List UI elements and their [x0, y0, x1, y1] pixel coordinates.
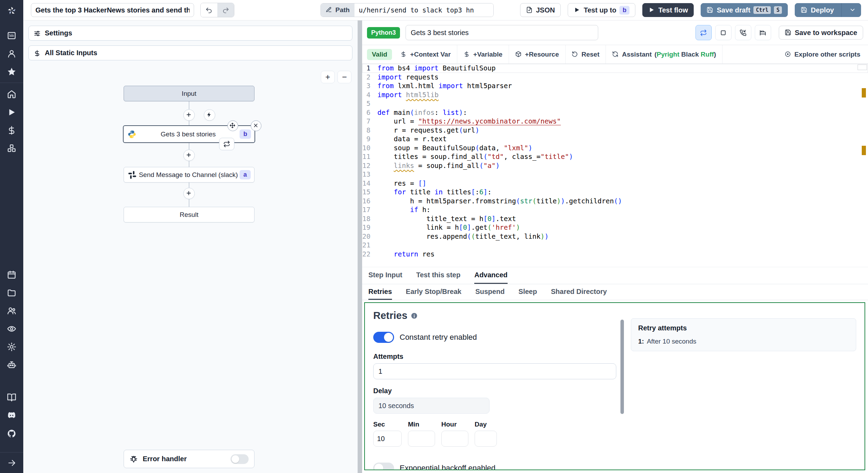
code-line[interactable]: 12 links = soup.find_all("a") — [362, 161, 868, 170]
code-line[interactable]: 14 res = [] — [362, 179, 868, 188]
users-icon[interactable] — [0, 302, 23, 320]
flow-node-input[interactable]: Input — [124, 86, 254, 101]
calendar-icon[interactable] — [0, 265, 23, 284]
add-step-button-3[interactable] — [183, 188, 195, 199]
flow-settings-button[interactable]: Settings — [28, 26, 352, 41]
add-step-button-1[interactable] — [183, 109, 195, 121]
step-name-input[interactable] — [406, 25, 598, 40]
code-line[interactable]: 20 res.append((title_text, link)) — [362, 232, 868, 241]
move-node-handle[interactable] — [227, 120, 238, 131]
test-up-to-button[interactable]: Test up to b — [568, 3, 635, 17]
subtab-retries[interactable]: Retries — [368, 284, 392, 300]
panel-resize-divider[interactable] — [358, 20, 362, 473]
path-input[interactable] — [354, 3, 493, 17]
zoom-in-button[interactable]: + — [321, 71, 335, 83]
retries-indicator-button[interactable] — [695, 25, 712, 40]
save-to-workspace-button[interactable]: Save to workspace — [779, 26, 863, 40]
book-icon[interactable] — [0, 388, 23, 406]
subtab-early-stop-break[interactable]: Early Stop/Break — [406, 284, 461, 300]
code-line[interactable]: 4import html5lib — [362, 91, 868, 100]
info-icon[interactable] — [411, 312, 418, 319]
tab-test-this-step[interactable]: Test this step — [416, 267, 460, 284]
code-line[interactable]: 11 titles = soup.find_all("td", class_="… — [362, 152, 868, 161]
code-line[interactable]: 13 — [362, 170, 868, 179]
code-line[interactable]: 3from lxml.html import html5parser — [362, 82, 868, 91]
add-context-var-button[interactable]: +Context Var — [394, 45, 457, 64]
suspend-button[interactable] — [735, 25, 751, 40]
retries-scrollbar[interactable] — [616, 310, 628, 463]
code-line[interactable]: 21 — [362, 241, 868, 250]
code-editor[interactable]: 1from bs4 import BeautifulSoup2import re… — [362, 64, 868, 267]
add-resource-button[interactable]: +Resource — [509, 45, 566, 64]
error-handler-node[interactable]: Error handler — [124, 450, 254, 468]
attempts-input[interactable] — [373, 363, 616, 379]
gear-icon[interactable] — [0, 338, 23, 356]
flow-node-result[interactable]: Result — [124, 207, 254, 222]
code-line[interactable]: 15 for title in titles[:6]: — [362, 188, 868, 197]
code-line[interactable]: 18 title_text = h[0].text — [362, 214, 868, 223]
delete-node-button[interactable] — [251, 120, 261, 131]
step-editor-header: Python3 Save to workspace — [362, 20, 868, 45]
reset-button[interactable]: Reset — [566, 45, 606, 64]
star-icon[interactable] — [0, 62, 23, 81]
bot-icon[interactable] — [0, 356, 23, 374]
minimap-slider[interactable] — [858, 65, 867, 70]
tab-step-input[interactable]: Step Input — [368, 267, 402, 284]
sleep-button[interactable] — [755, 25, 771, 40]
min-input[interactable] — [408, 431, 435, 447]
add-variable-button[interactable]: +Variable — [457, 45, 509, 64]
subtab-suspend[interactable]: Suspend — [475, 284, 504, 300]
exponential-backoff-toggle[interactable] — [373, 463, 394, 470]
code-line[interactable]: 19 link = h[0].get('href') — [362, 223, 868, 232]
sec-input[interactable] — [373, 431, 402, 447]
all-static-inputs-button[interactable]: All Static Inputs — [28, 45, 352, 60]
dollar-icon[interactable] — [0, 121, 23, 139]
play-icon[interactable] — [0, 103, 23, 121]
assistant-button[interactable]: Assistant (Pyright Black Ruff) — [606, 45, 723, 64]
zoom-out-button[interactable]: − — [337, 71, 351, 83]
early-stop-button[interactable] — [715, 25, 732, 40]
error-handler-toggle[interactable] — [231, 454, 249, 464]
folder-icon[interactable] — [0, 284, 23, 302]
day-input[interactable] — [475, 431, 497, 447]
undo-button[interactable] — [201, 3, 217, 17]
github-icon[interactable] — [0, 424, 23, 442]
tab-advanced[interactable]: Advanced — [474, 267, 508, 284]
code-line[interactable]: 2import requests — [362, 73, 868, 82]
user-icon[interactable] — [0, 44, 23, 62]
flow-title-input[interactable] — [31, 3, 194, 17]
explore-other-scripts-button[interactable]: Explore other scripts — [778, 45, 868, 64]
code-line[interactable]: 8 r = requests.get(url) — [362, 126, 868, 135]
boxes-icon[interactable] — [0, 139, 23, 157]
code-line[interactable]: 6def main(infos: list): — [362, 108, 868, 117]
code-line[interactable]: 9 data = r.text — [362, 135, 868, 144]
home-icon[interactable] — [0, 85, 23, 103]
code-line[interactable]: 5 — [362, 99, 868, 108]
deploy-button[interactable]: Deploy — [795, 3, 861, 17]
code-line[interactable]: 22 return res — [362, 250, 868, 259]
subtab-sleep[interactable]: Sleep — [518, 284, 537, 300]
eye-icon[interactable] — [0, 320, 23, 338]
node-retry-indicator[interactable] — [219, 138, 234, 150]
add-step-button-2[interactable] — [183, 150, 195, 161]
flow-node-step-a[interactable]: Send Message to Channel (slack) a — [124, 167, 254, 183]
windmill-logo-icon[interactable] — [0, 0, 23, 22]
code-line[interactable]: 1from bs4 import BeautifulSoup — [362, 64, 868, 73]
code-line[interactable]: 7 url = "https://news.ycombinator.com/ne… — [362, 117, 868, 126]
redo-button[interactable] — [217, 3, 234, 17]
chevron-down-icon[interactable] — [845, 7, 861, 14]
add-trigger-button[interactable] — [204, 109, 215, 121]
test-flow-button[interactable]: Test flow — [642, 3, 694, 17]
app-window-icon[interactable] — [0, 26, 23, 44]
code-line[interactable]: 10 soup = BeautifulSoup(data, "lxml") — [362, 144, 868, 153]
hour-input[interactable] — [441, 431, 468, 447]
json-button[interactable]: JSON — [520, 3, 561, 17]
discord-icon[interactable] — [0, 406, 23, 424]
code-line[interactable]: 17 if h: — [362, 205, 868, 214]
code-line[interactable]: 16 h = html5parser.fromstring(str(title)… — [362, 197, 868, 206]
path-chip[interactable]: Path — [321, 3, 354, 17]
constant-retry-toggle[interactable] — [373, 332, 394, 343]
save-draft-button[interactable]: Save draft Ctrl S — [701, 3, 788, 17]
arrow-right-icon[interactable] — [0, 452, 23, 473]
subtab-shared-directory[interactable]: Shared Directory — [551, 284, 607, 300]
